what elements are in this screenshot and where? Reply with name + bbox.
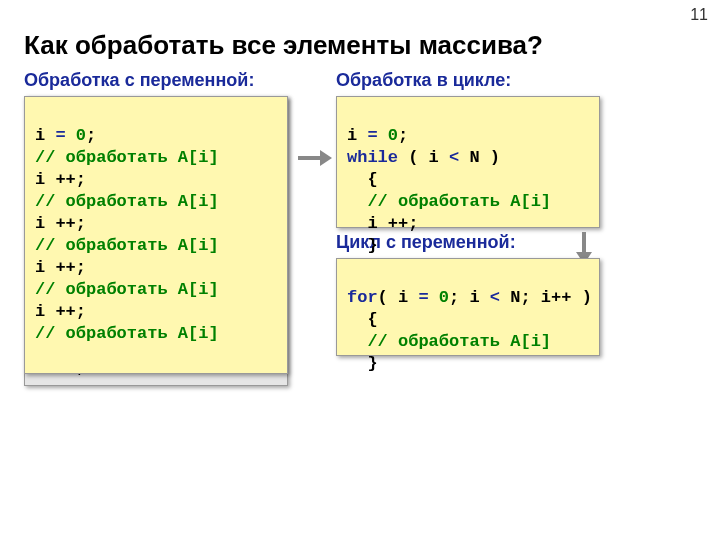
code2-l1-zero: 0 [388,126,398,145]
code-box-for: for( i = 0; i < N; i++ ) { // обработать… [336,258,600,356]
code1-l8: // обработать A[i] [35,280,219,299]
code1-l7: i ++; [35,258,86,277]
subtitle-variable: Обработка с переменной: [24,70,254,91]
code2-body: i = 0; while ( i < N ) { // обработать A… [337,119,599,263]
code1-l2: // обработать A[i] [35,148,219,167]
code1-body: i = 0; // обработать A[i] i ++; // обраб… [25,119,287,351]
code2-l2-while: while [347,148,398,167]
code1-l5: i ++; [35,214,86,233]
code1-l1-semi: ; [86,126,96,145]
code3-l1-eq: = [408,288,439,307]
code-box-variable: i = 0; // обработать A[i] i ++; // обраб… [24,96,288,374]
code2-l2-open: ( i [398,148,439,167]
code2-l5: i ++; [347,214,418,233]
code2-l6: } [347,236,378,255]
subtitle-loop: Обработка в цикле: [336,70,511,91]
code1-l10: // обработать A[i] [35,324,219,343]
code3-l1-zero: 0 [439,288,449,307]
code-box-while: i = 0; while ( i < N ) { // обработать A… [336,96,600,228]
code2-l4-indent [347,192,367,211]
code1-l4: // обработать A[i] [35,192,219,211]
code3-l2: { [347,310,378,329]
code3-l3-comment: // обработать A[i] [367,332,551,351]
code3-l3-indent [347,332,367,351]
code2-l1-eq: = [357,126,388,145]
page-title: Как обработать все элементы массива? [24,30,543,61]
code1-l3: i ++; [35,170,86,189]
code3-l1-semi1: ; i [449,288,480,307]
code3-l1-open: ( i [378,288,409,307]
code1-l1-zero: 0 [76,126,86,145]
code3-l1-rest: N; i++ ) [510,288,592,307]
code3-l1-lt: < [480,288,511,307]
code2-l1-i: i [347,126,357,145]
code1-l6: // обработать A[i] [35,236,219,255]
page-number: 11 [690,6,708,24]
code3-body: for( i = 0; i < N; i++ ) { // обработать… [337,281,599,381]
svg-marker-1 [320,150,332,166]
code2-l3: { [347,170,378,189]
code1-l1-i: i [35,126,45,145]
code2-l2-n: N ) [469,148,500,167]
code2-l2-lt: < [439,148,470,167]
code3-l1-for: for [347,288,378,307]
code2-l4-comment: // обработать A[i] [367,192,551,211]
code1-l1-eq: = [45,126,76,145]
code1-l9: i ++; [35,302,86,321]
arrow-right-icon [296,146,332,170]
code3-l4: } [347,354,378,373]
code2-l1-semi: ; [398,126,408,145]
